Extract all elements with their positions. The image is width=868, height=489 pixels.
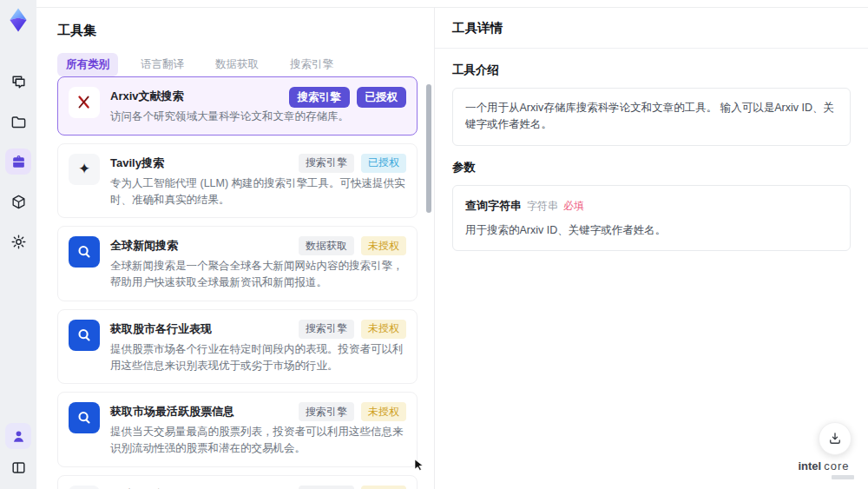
tool-badges: 搜索引擎未授权 — [299, 320, 406, 339]
category-badge: 搜索引擎 — [299, 154, 354, 173]
category-tabs: 所有类别语言翻译数据获取搜索引擎 — [57, 53, 434, 76]
tool-card[interactable]: Arxiv文献搜索访问各个研究领域大量科学论文和文章的存储库。搜索引擎已授权 — [57, 76, 418, 135]
category-badge: 数据获取 — [299, 236, 354, 255]
tool-badges: 搜索引擎未授权 — [299, 486, 406, 489]
gear-icon — [10, 234, 27, 250]
sidebar-item-settings[interactable] — [5, 228, 31, 254]
brand-core: core — [824, 459, 849, 472]
tool-badges: 数据获取未授权 — [299, 236, 406, 255]
sidebar-item-chat[interactable] — [5, 69, 31, 95]
status-badge: 未授权 — [361, 486, 406, 489]
newspaper-icon — [69, 486, 100, 489]
blue-search-icon — [69, 236, 100, 268]
status-badge: 未授权 — [361, 402, 406, 421]
tool-name: Arxiv文献搜索 — [110, 89, 267, 104]
left-sidebar — [0, 0, 36, 489]
tool-desc: 访问各个研究领域大量科学论文和文章的存储库。 — [110, 109, 406, 125]
sidebar-item-user[interactable] — [5, 423, 31, 449]
mouse-cursor — [414, 459, 424, 471]
param-required-badge: 必填 — [563, 198, 584, 215]
tool-card[interactable]: 全球新闻搜索全球新闻搜索是一个聚合全球各大新闻网站内容的搜索引擎，帮助用户快速获… — [57, 226, 418, 301]
tool-desc: 提供股票市场各个行业在特定时间段内的表现。投资者可以利用这些信息来识别表现优于或… — [110, 341, 406, 374]
tab-2[interactable]: 数据获取 — [207, 53, 267, 76]
panel-collapse-icon — [10, 459, 27, 476]
tab-1[interactable]: 语言翻译 — [132, 53, 193, 76]
tool-name: Tavily搜索 — [110, 155, 267, 171]
chat-icon — [10, 74, 27, 90]
tool-detail-panel: 工具详情 工具介绍 一个用于从Arxiv存储库搜索科学论文和文章的工具。 输入可… — [434, 8, 868, 489]
tool-card[interactable]: 获取市场最活跃股票信息提供当天交易量最高的股票列表，投资者可以利用这些信息来识别… — [57, 392, 418, 467]
category-badge: 搜索引擎 — [289, 87, 350, 108]
tool-badges: 搜索引擎已授权 — [289, 87, 407, 108]
blue-search-icon — [69, 402, 100, 433]
tool-list: Arxiv文献搜索访问各个研究领域大量科学论文和文章的存储库。搜索引擎已授权✦T… — [57, 76, 418, 489]
sidebar-item-collapse[interactable] — [5, 454, 31, 480]
folder-icon — [10, 114, 27, 130]
sidebar-item-package[interactable] — [5, 188, 31, 215]
download-icon — [827, 431, 843, 446]
param-box: 查询字符串字符串必填用于搜索的Arxiv ID、关键字或作者姓名。 — [452, 185, 851, 252]
tool-name: 获取股市各行业表现 — [110, 321, 267, 337]
tool-list-panel: 工具集 所有类别语言翻译数据获取搜索引擎 Arxiv文献搜索访问各个研究领域大量… — [36, 8, 434, 489]
sidebar-item-toolbox[interactable] — [5, 149, 31, 175]
tool-desc: 全球新闻搜索是一个聚合全球各大新闻网站内容的搜索引擎，帮助用户快速获取全球最新资… — [110, 258, 406, 291]
intel-core-logo: intelcore — [790, 458, 858, 479]
page-title: 工具集 — [57, 23, 434, 39]
tool-badges: 搜索引擎已授权 — [299, 154, 406, 173]
param-name: 查询字符串 — [465, 197, 522, 215]
param-type: 字符串 — [527, 198, 558, 215]
status-badge: 未授权 — [361, 236, 406, 255]
intro-heading: 工具介绍 — [452, 63, 851, 78]
user-icon — [10, 428, 27, 445]
tool-name: 全球新闻搜索 — [110, 238, 267, 254]
arxiv-logo-icon — [69, 87, 100, 118]
app-logo — [4, 6, 32, 34]
blue-search-icon — [69, 320, 100, 351]
sidebar-item-folder[interactable] — [5, 109, 31, 135]
brand-subbar — [832, 475, 854, 479]
category-badge: 搜索引擎 — [299, 486, 354, 489]
detail-title: 工具详情 — [435, 8, 868, 49]
tavily-sparkle-icon: ✦ — [69, 154, 100, 185]
brand-intel: intel — [798, 459, 821, 472]
download-button[interactable] — [819, 422, 852, 455]
tool-card[interactable]: ✦Tavily搜索专为人工智能代理 (LLM) 构建的搜索引擎工具。可快速提供实… — [57, 143, 418, 219]
scrollbar-thumb[interactable] — [426, 84, 431, 213]
status-badge: 已授权 — [361, 154, 406, 173]
status-badge: 未授权 — [361, 320, 406, 339]
tool-badges: 搜索引擎未授权 — [299, 402, 406, 421]
toolbox-icon — [10, 154, 27, 170]
intro-text: 一个用于从Arxiv存储库搜索科学论文和文章的工具。 输入可以是Arxiv ID… — [452, 88, 851, 146]
package-icon — [10, 194, 27, 210]
status-badge: 已授权 — [357, 87, 407, 108]
tab-0[interactable]: 所有类别 — [57, 53, 118, 76]
tool-card[interactable]: 获取股市各行业表现提供股票市场各个行业在特定时间段内的表现。投资者可以利用这些信… — [57, 309, 418, 385]
category-badge: 搜索引擎 — [299, 320, 354, 339]
tool-desc: 专为人工智能代理 (LLM) 构建的搜索引擎工具。可快速提供实时、准确和真实的结… — [110, 175, 406, 208]
param-head: 查询字符串字符串必填 — [465, 197, 838, 215]
tab-3[interactable]: 搜索引擎 — [281, 53, 342, 76]
param-desc: 用于搜索的Arxiv ID、关键字或作者姓名。 — [465, 222, 838, 239]
tool-name: 获取市场最活跃股票信息 — [110, 404, 267, 420]
params-heading: 参数 — [452, 160, 851, 175]
tool-card[interactable]: 万维地区新闻查询查询具体行政区划内的新闻，快速了解各地新闻动搜索引擎未授权 — [57, 475, 418, 489]
tool-desc: 提供当天交易量最高的股票列表，投资者可以利用这些信息来识别流动性强的股票和潜在的… — [110, 424, 406, 457]
category-badge: 搜索引擎 — [299, 402, 354, 421]
